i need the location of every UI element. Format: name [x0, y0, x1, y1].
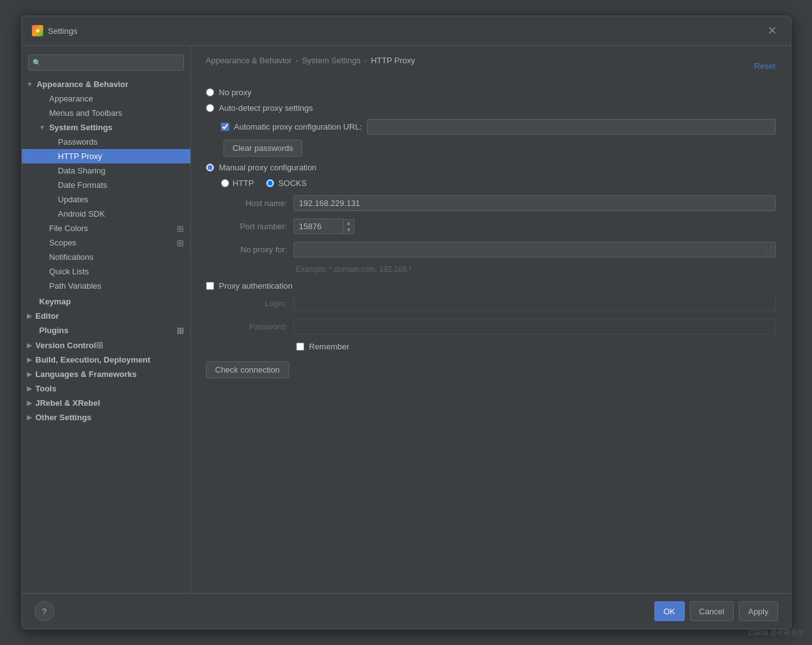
sidebar-item-label: Path Variables	[49, 281, 102, 291]
manual-proxy-label[interactable]: Manual proxy configuration	[219, 163, 317, 172]
check-connection-button[interactable]: Check connection	[206, 361, 289, 378]
close-button[interactable]: ✕	[764, 23, 781, 39]
copy-icon: ⊞	[177, 224, 184, 234]
chevron-right-icon: ▶	[27, 385, 32, 392]
no-proxy-radio[interactable]	[206, 88, 214, 96]
ok-button[interactable]: OK	[654, 601, 685, 621]
clear-passwords-button[interactable]: Clear passwords	[224, 140, 303, 157]
search-icon: 🔍	[33, 59, 41, 67]
sidebar-item-label: Tools	[36, 384, 57, 393]
sidebar-item-other-settings[interactable]: ▶ Other Settings	[22, 410, 190, 425]
auto-proxy-url-checkbox[interactable]	[221, 123, 229, 131]
socks-radio[interactable]	[266, 179, 274, 187]
sidebar-item-build-execution-deployment[interactable]: ▶ Build, Execution, Deployment	[22, 353, 190, 367]
search-input[interactable]	[28, 54, 184, 71]
sidebar-section-appearance-behavior: ▼ Appearance & Behavior Appearance Menus…	[22, 77, 190, 293]
main-panel: Appearance & Behavior › System Settings …	[191, 46, 791, 593]
reset-button[interactable]: Reset	[754, 61, 776, 71]
cancel-button[interactable]: Cancel	[690, 601, 734, 621]
breadcrumb-sep1: ›	[296, 56, 298, 65]
sidebar-item-appearance-behavior[interactable]: ▼ Appearance & Behavior	[22, 77, 190, 91]
host-name-input[interactable]	[294, 195, 776, 211]
chevron-right-icon: ▶	[27, 356, 32, 363]
sidebar-item-system-settings[interactable]: ▼ System Settings	[22, 120, 190, 135]
sidebar-item-passwords[interactable]: Passwords	[22, 135, 190, 149]
sidebar-item-keymap[interactable]: Keymap	[22, 294, 190, 309]
sidebar-item-data-sharing[interactable]: Data Sharing	[22, 163, 190, 178]
proxy-protocol-row: HTTP SOCKS	[221, 178, 776, 188]
remember-label[interactable]: Remember	[309, 342, 349, 351]
sidebar-item-appearance[interactable]: Appearance	[22, 91, 190, 106]
auto-detect-radio[interactable]	[206, 104, 214, 112]
sidebar-item-notifications[interactable]: Notifications	[22, 250, 190, 264]
no-proxy-for-row: No proxy for: ⛶	[206, 242, 776, 257]
port-decrement-button[interactable]: ▼	[344, 227, 354, 234]
settings-dialog: ✦ Settings ✕ 🔍 ▼ Appearance & Behavior A…	[21, 16, 791, 629]
no-proxy-label[interactable]: No proxy	[219, 88, 252, 97]
check-connection-section: Check connection	[206, 361, 776, 378]
auto-proxy-url-label[interactable]: Automatic proxy configuration URL:	[234, 122, 362, 132]
login-input[interactable]	[294, 296, 776, 311]
sidebar-item-label: System Settings	[49, 123, 112, 132]
sidebar-item-tools[interactable]: ▶ Tools	[22, 381, 190, 396]
copy-icon: ⊞	[96, 340, 103, 350]
auto-detect-row: Auto-detect proxy settings	[206, 103, 776, 113]
sidebar-item-plugins[interactable]: Plugins ⊞	[22, 323, 190, 338]
no-proxy-for-wrap: ⛶	[294, 242, 776, 257]
sidebar-item-editor[interactable]: ▶ Editor	[22, 309, 190, 323]
host-name-label: Host name:	[206, 199, 287, 208]
breadcrumb-part1: Appearance & Behavior	[206, 56, 292, 65]
chevron-right-icon: ▶	[27, 400, 32, 406]
sidebar-item-label: Notifications	[49, 252, 94, 262]
port-spinner: ▲ ▼	[294, 219, 355, 234]
sidebar-item-path-variables[interactable]: Path Variables	[22, 279, 190, 293]
sidebar-item-version-control[interactable]: ▶ Version Control ⊞	[22, 338, 190, 353]
sidebar-item-label: Data Sharing	[58, 166, 106, 175]
login-row: Login:	[206, 296, 776, 311]
sidebar-item-menus-toolbars[interactable]: Menus and Toolbars	[22, 106, 190, 120]
chevron-right-icon: ▶	[27, 371, 32, 378]
help-button[interactable]: ?	[34, 601, 54, 621]
port-increment-button[interactable]: ▲	[344, 220, 354, 227]
auto-proxy-url-input[interactable]	[367, 119, 776, 135]
http-label[interactable]: HTTP	[233, 178, 254, 188]
password-label: Password:	[206, 322, 287, 331]
port-number-input[interactable]	[294, 219, 344, 234]
no-proxy-for-input[interactable]	[294, 242, 776, 257]
chevron-right-icon: ▶	[27, 312, 32, 319]
sidebar-item-date-formats[interactable]: Date Formats	[22, 178, 190, 192]
sidebar-item-label: Build, Execution, Deployment	[36, 355, 150, 364]
http-radio[interactable]	[221, 179, 229, 187]
sidebar-item-label: Version Control	[36, 341, 96, 350]
app-icon: ✦	[32, 25, 43, 36]
sidebar-item-label: Editor	[36, 311, 59, 321]
sidebar-item-file-colors[interactable]: File Colors ⊞	[22, 221, 190, 235]
sidebar-item-label: Languages & Frameworks	[36, 369, 137, 379]
sidebar-item-http-proxy[interactable]: HTTP Proxy	[22, 149, 190, 163]
sidebar-item-label: JRebel & XRebel	[36, 398, 100, 408]
manual-proxy-radio[interactable]	[206, 163, 214, 172]
breadcrumb-part2: System Settings	[302, 56, 361, 65]
sidebar-item-label: HTTP Proxy	[58, 152, 103, 161]
auto-detect-label[interactable]: Auto-detect proxy settings	[219, 103, 313, 113]
sidebar-item-languages-frameworks[interactable]: ▶ Languages & Frameworks	[22, 367, 190, 381]
sidebar-item-quick-lists[interactable]: Quick Lists	[22, 264, 190, 279]
sidebar-item-updates[interactable]: Updates	[22, 192, 190, 207]
sidebar-item-label: Quick Lists	[49, 267, 90, 276]
no-proxy-for-label: No proxy for:	[206, 245, 287, 254]
sidebar-item-jrebel-xrebel[interactable]: ▶ JRebel & XRebel	[22, 396, 190, 410]
password-input[interactable]	[294, 319, 776, 334]
auto-proxy-section: Automatic proxy configuration URL: Clear…	[221, 119, 776, 157]
watermark: CSDN @邻树先生	[749, 628, 804, 637]
remember-checkbox[interactable]	[296, 343, 304, 351]
sidebar-item-label: Menus and Toolbars	[49, 108, 123, 118]
socks-label[interactable]: SOCKS	[278, 178, 307, 188]
proxy-auth-checkbox[interactable]	[206, 282, 214, 290]
copy-icon: ⊞	[177, 326, 184, 336]
proxy-auth-label[interactable]: Proxy authentication	[219, 281, 293, 291]
sidebar-item-scopes[interactable]: Scopes ⊞	[22, 235, 190, 250]
host-name-row: Host name:	[206, 195, 776, 211]
window-title: Settings	[48, 26, 78, 36]
sidebar-item-android-sdk[interactable]: Android SDK	[22, 207, 190, 221]
apply-button[interactable]: Apply	[739, 601, 778, 621]
